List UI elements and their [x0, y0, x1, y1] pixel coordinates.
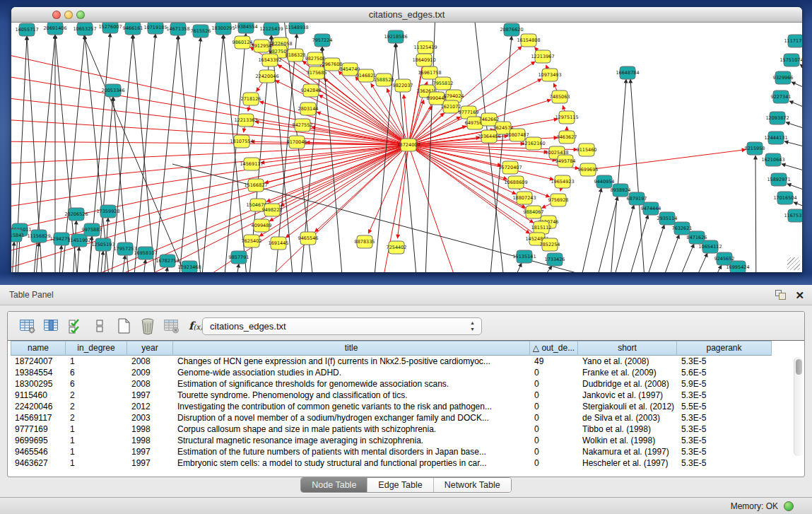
graph-node-label: 2935114: [657, 216, 678, 221]
column-header-out_de[interactable]: △ out_de...: [530, 341, 578, 356]
graph-node-label: 17359928: [96, 209, 119, 214]
table-row[interactable]: 977716911998Corpus callosum shape and si…: [11, 424, 804, 435]
table-cell-in_degree: 1: [66, 356, 127, 367]
graph-node-label: 7485063: [550, 94, 570, 100]
table-column-icon[interactable]: [41, 315, 62, 337]
graph-node-label: 12162160: [522, 141, 545, 146]
graph-node-label: 14055717: [15, 27, 38, 33]
table-cell-short: Nakamura et al. (1997): [578, 446, 677, 457]
graph-node-label: 10807487: [505, 132, 529, 138]
table-row[interactable]: 911546021997Tourette syndrome. Phenomeno…: [11, 390, 804, 401]
graph-node-label: 9860124: [233, 40, 253, 45]
graph-node-label: 9699695: [578, 167, 599, 173]
new-table-icon[interactable]: [113, 315, 134, 337]
graph-node-label: 12444131: [764, 135, 787, 141]
graph-node-label: 12975115: [555, 115, 578, 120]
tab-network-table[interactable]: Network Table: [434, 478, 511, 492]
float-panel-icon[interactable]: [775, 290, 787, 300]
graph-node-label: 16961758: [418, 70, 441, 76]
graph-node-label: 2803144: [298, 106, 319, 112]
column-header-pagerank[interactable]: pagerank: [677, 341, 772, 356]
table-cell-title: Estimation of significance thresholds fo…: [173, 378, 530, 390]
resize-grip-icon[interactable]: [787, 257, 800, 270]
graph-node-label: 7462662: [479, 117, 500, 122]
graph-node-label: 10719185: [143, 25, 167, 30]
graph-node-label: 15276007: [98, 24, 122, 30]
row-height-icon[interactable]: [89, 315, 110, 337]
graph-node-label: 7955812: [433, 81, 454, 86]
table-cell-pagerank: 5.3E-5: [677, 435, 772, 446]
table-cell-pagerank: 5.9E-5: [677, 378, 772, 390]
graph-node-label: 9227341: [771, 94, 792, 100]
graph-node-label: 7852254: [540, 242, 560, 247]
graph-node-label: 11171738: [784, 38, 802, 44]
table-row[interactable]: 2242004622012Investigating the contribut…: [11, 401, 804, 412]
table-cell-title: Estimation of the future numbers of pati…: [173, 446, 530, 457]
network-file-select-value: citations_edges.txt: [210, 321, 286, 332]
graph-node-label: 14569117: [240, 161, 263, 167]
graph-node-label: 12923468: [177, 264, 201, 270]
graph-node-label: 16995424: [726, 264, 749, 270]
table-cell-short: Hescheler et al. (1997): [578, 457, 677, 469]
graph-node-label: 3175685: [307, 70, 327, 76]
scrollbar-thumb[interactable]: [796, 359, 802, 375]
column-header-name[interactable]: name: [11, 341, 66, 356]
table-cell-pagerank: 5.3E-5: [677, 412, 772, 424]
column-header-short[interactable]: short: [578, 341, 677, 356]
column-header-in_degree[interactable]: in_degree: [66, 341, 127, 356]
graph-node-label: 20364486: [477, 134, 500, 139]
graph-node-label: 8454749: [340, 66, 360, 72]
status-bar: Memory: OK: [0, 497, 812, 514]
table-cell-short: de Silva et al. (2003): [578, 412, 677, 424]
graph-node-label: 8938924: [611, 187, 631, 193]
table-cell-in_degree: 1: [66, 424, 127, 435]
close-panel-icon[interactable]: ✕: [795, 288, 804, 302]
delete-table-icon[interactable]: [161, 315, 182, 337]
graph-node-label: 9498222: [262, 207, 283, 213]
graph-node-label: 10654112: [698, 244, 722, 250]
graph-node-label: 8427552: [293, 122, 313, 128]
graph-node-label: 16782759: [155, 258, 179, 264]
graph-node-label: 20691406: [43, 25, 66, 31]
table-row[interactable]: 946362711997Embryonic stem cells: a mode…: [11, 457, 804, 469]
graph-node-label: 8186328: [286, 52, 306, 58]
table-row[interactable]: 969969511998Structural magnetic resonanc…: [11, 435, 804, 446]
table-cell-title: Disruption of a novel member of a sodium…: [173, 412, 530, 424]
graph-node-label: 7615526: [191, 28, 211, 34]
table-row[interactable]: 1872400712008Changes of HCN gene express…: [11, 356, 804, 367]
graph-node-label: 7957224: [312, 37, 333, 43]
table-row[interactable]: 1830029562008Estimation of significance …: [11, 378, 804, 390]
vertical-scrollbar[interactable]: [794, 357, 803, 456]
delete-entries-icon[interactable]: [137, 315, 158, 337]
column-header-year[interactable]: year: [127, 341, 173, 356]
table-cell-short: Stergiakouli et al. (2012): [578, 401, 677, 412]
graph-node-label: 11548938: [285, 25, 308, 30]
column-header-title[interactable]: title: [173, 341, 530, 356]
graph-node-label: 20053346: [101, 88, 124, 93]
select-rows-icon[interactable]: [65, 315, 86, 337]
table-row[interactable]: 946554611997Estimation of the future num…: [11, 446, 804, 457]
node-table: namein_degreeyeartitle△ out_de...shortpa…: [11, 341, 804, 477]
table-cell-name: 22420046: [11, 401, 66, 412]
graph-node-label: 9329966: [773, 75, 794, 81]
table-row[interactable]: 1938455462009Genome-wide association stu…: [11, 367, 804, 378]
graph-node-label: 11156829: [27, 233, 50, 239]
table-cell-name: 14569117: [11, 412, 66, 424]
network-file-select[interactable]: citations_edges.txt ▲▼: [202, 317, 482, 335]
table-cell-short: Yano et al. (2008): [578, 356, 677, 367]
graph-node-label: 9466161: [123, 25, 143, 31]
memory-status-indicator: [784, 501, 794, 511]
table-settings-icon[interactable]: [17, 315, 38, 337]
table-tabs: Node TableEdge TableNetwork Table: [0, 477, 812, 493]
tab-node-table[interactable]: Node Table: [301, 478, 367, 492]
network-canvas[interactable]: 1405571720691406106532571527600794661611…: [11, 23, 802, 272]
graph-node-label: 1691445: [269, 240, 289, 246]
window-titlebar[interactable]: citations_edges.txt: [11, 7, 802, 23]
tab-edge-table[interactable]: Edge Table: [367, 478, 433, 492]
graph-node-label: 19218586: [384, 34, 407, 40]
graph-node-label: 6879197: [627, 196, 647, 201]
table-cell-out_de: 0: [530, 401, 578, 412]
table-cell-year: 1997: [127, 446, 173, 457]
graph-node-label: 9884067: [524, 209, 544, 215]
table-row[interactable]: 1456911722003Disruption of a novel membe…: [11, 412, 804, 424]
